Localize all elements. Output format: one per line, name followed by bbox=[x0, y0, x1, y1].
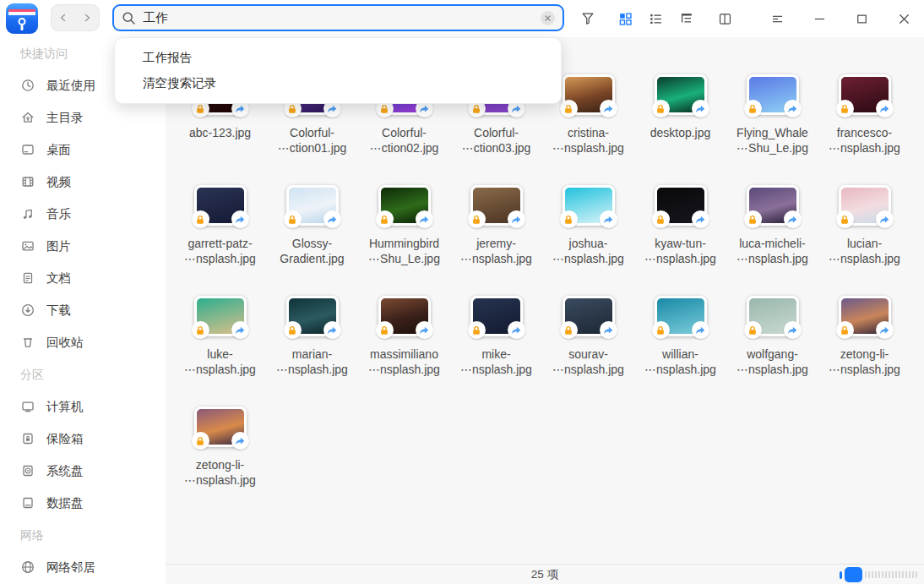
share-arrow-icon bbox=[234, 435, 246, 447]
file-item[interactable]: sourav-⋯nsplash.jpg bbox=[542, 296, 634, 407]
lock-icon bbox=[655, 103, 666, 115]
sidebar-item-music[interactable]: 音乐 bbox=[0, 198, 166, 230]
sidebar-item-network-neighborhood[interactable]: 网络邻居 bbox=[0, 551, 166, 583]
share-badge bbox=[508, 321, 525, 339]
share-badge bbox=[323, 321, 341, 339]
lock-icon bbox=[839, 103, 851, 115]
share-arrow-icon bbox=[418, 325, 430, 336]
file-name: wolfgang-⋯nsplash.jpg bbox=[726, 347, 818, 377]
file-item[interactable]: jeremy-⋯nsplash.jpg bbox=[450, 185, 542, 296]
file-name: Glossy-Gradient.jpg bbox=[266, 236, 358, 266]
share-badge bbox=[323, 210, 341, 228]
forward-button[interactable] bbox=[75, 5, 99, 30]
sidebar: 快捷访问 最近使用 主目录 桌面 视频 音乐 图片 文档 bbox=[0, 37, 166, 584]
file-item[interactable]: desktop.jpg bbox=[634, 74, 726, 185]
clear-search-button[interactable] bbox=[541, 11, 555, 25]
file-item[interactable]: Flying_Whale⋯Shu_Le.jpg bbox=[726, 74, 818, 185]
minimize-button[interactable] bbox=[808, 8, 830, 30]
menu-button[interactable] bbox=[766, 8, 788, 30]
sidebar-item-pictures[interactable]: 图片 bbox=[0, 230, 166, 262]
lock-badge bbox=[284, 321, 302, 339]
file-item[interactable]: luca-micheli-⋯nsplash.jpg bbox=[726, 185, 818, 296]
slider-thumb[interactable] bbox=[845, 567, 862, 582]
file-name: zetong-li-⋯nsplash.jpg bbox=[174, 457, 266, 488]
file-item[interactable]: luke-⋯nsplash.jpg bbox=[174, 296, 266, 407]
icon-size-slider[interactable] bbox=[840, 565, 917, 584]
slider-min-tick bbox=[840, 571, 842, 579]
sidebar-item-label: 数据盘 bbox=[46, 495, 84, 511]
file-item[interactable]: massimiliano⋯nsplash.jpg bbox=[358, 296, 450, 407]
sidebar-item-home[interactable]: 主目录 bbox=[0, 101, 166, 134]
file-name: massimiliano⋯nsplash.jpg bbox=[358, 347, 450, 377]
file-name: zetong-li-⋯nsplash.jpg bbox=[818, 347, 910, 377]
share-badge bbox=[784, 321, 802, 339]
search-suggestions-dropdown: 工作报告 清空搜索记录 bbox=[114, 37, 562, 104]
file-item[interactable]: willian-⋯nsplash.jpg bbox=[634, 296, 726, 407]
sidebar-item-label: 网络邻居 bbox=[46, 559, 95, 576]
grid-view-button[interactable] bbox=[614, 8, 636, 30]
file-item[interactable]: Hummingbird⋯Shu_Le.jpg bbox=[358, 185, 450, 296]
share-arrow-icon bbox=[234, 214, 246, 226]
vault-icon bbox=[20, 431, 35, 446]
sidebar-item-system-disk[interactable]: 系统盘 bbox=[0, 455, 166, 487]
search-suggestion-item[interactable]: 工作报告 bbox=[115, 45, 561, 70]
lock-badge bbox=[560, 210, 578, 228]
lock-icon bbox=[286, 103, 298, 115]
file-name: Hummingbird⋯Shu_Le.jpg bbox=[358, 236, 450, 266]
slider-track[interactable] bbox=[865, 571, 917, 578]
share-badge bbox=[231, 210, 249, 228]
search-box[interactable] bbox=[112, 4, 564, 31]
back-button[interactable] bbox=[52, 5, 75, 30]
sidebar-item-trash[interactable]: 回收站 bbox=[0, 326, 166, 358]
file-item[interactable]: kyaw-tun-⋯nsplash.jpg bbox=[634, 185, 726, 296]
lock-badge bbox=[652, 321, 670, 339]
sidebar-item-downloads[interactable]: 下载 bbox=[0, 294, 166, 326]
data-disk-icon bbox=[20, 495, 35, 510]
list-view-button[interactable] bbox=[644, 8, 666, 30]
file-item[interactable]: garrett-patz-⋯nsplash.jpg bbox=[174, 185, 266, 296]
sidebar-item-vault[interactable]: 保险箱 bbox=[0, 423, 166, 455]
file-item[interactable]: mike-⋯nsplash.jpg bbox=[450, 296, 542, 407]
file-view[interactable]: abc-123.jpg Colorful-⋯ction01.jpg Colorf… bbox=[166, 37, 924, 564]
sidebar-item-documents[interactable]: 文档 bbox=[0, 262, 166, 294]
documents-icon bbox=[20, 270, 35, 286]
tree-view-button[interactable] bbox=[675, 8, 697, 30]
file-item[interactable]: zetong-li-⋯nsplash.jpg bbox=[174, 407, 266, 517]
menu-icon bbox=[769, 11, 785, 27]
file-item[interactable]: zetong-li-⋯nsplash.jpg bbox=[818, 296, 910, 407]
sidebar-item-label: 最近使用 bbox=[46, 78, 95, 94]
share-badge bbox=[416, 210, 433, 228]
file-item[interactable]: lucian-⋯nsplash.jpg bbox=[818, 185, 910, 296]
search-input[interactable] bbox=[143, 11, 534, 25]
lock-icon bbox=[194, 214, 206, 226]
sidebar-item-computer[interactable]: 计算机 bbox=[0, 390, 166, 423]
sidebar-item-label: 系统盘 bbox=[46, 463, 84, 479]
filter-button[interactable] bbox=[577, 8, 599, 30]
share-arrow-icon bbox=[694, 214, 706, 226]
sidebar-item-label: 桌面 bbox=[46, 142, 71, 158]
clear-search-history-item[interactable]: 清空搜索记录 bbox=[115, 70, 561, 96]
statusbar: 25 项 bbox=[166, 564, 924, 584]
file-item[interactable]: francesco-⋯nsplash.jpg bbox=[818, 74, 910, 185]
clock-icon bbox=[20, 78, 35, 93]
lock-icon bbox=[747, 103, 758, 115]
sidebar-item-label: 视频 bbox=[46, 174, 71, 190]
lock-badge bbox=[468, 210, 486, 228]
maximize-button[interactable] bbox=[851, 8, 872, 30]
lock-icon bbox=[655, 214, 666, 226]
close-button[interactable] bbox=[893, 8, 915, 30]
lock-badge bbox=[744, 210, 762, 228]
file-item[interactable]: joshua-⋯nsplash.jpg bbox=[542, 185, 634, 296]
file-item[interactable]: wolfgang-⋯nsplash.jpg bbox=[726, 296, 818, 407]
group-label-partitions: 分区 bbox=[0, 358, 166, 390]
sidebar-item-data-disk[interactable]: 数据盘 bbox=[0, 487, 166, 519]
file-item[interactable]: Glossy-Gradient.jpg bbox=[266, 185, 358, 296]
file-grid: abc-123.jpg Colorful-⋯ction01.jpg Colorf… bbox=[174, 74, 910, 517]
lock-icon bbox=[839, 325, 851, 336]
sidebar-item-desktop[interactable]: 桌面 bbox=[0, 134, 166, 166]
file-item[interactable]: marian-⋯nsplash.jpg bbox=[266, 296, 358, 407]
sidebar-item-videos[interactable]: 视频 bbox=[0, 166, 166, 198]
split-view-button[interactable] bbox=[714, 8, 736, 30]
share-arrow-icon bbox=[510, 325, 522, 336]
file-name: Colorful-⋯ction03.jpg bbox=[450, 125, 542, 156]
